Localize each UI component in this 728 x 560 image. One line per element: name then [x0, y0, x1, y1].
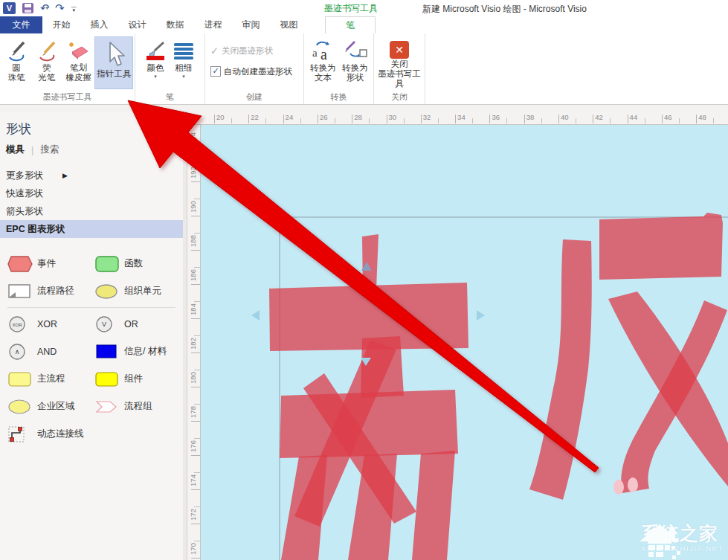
- tab-pen-active[interactable]: 笔: [325, 16, 376, 33]
- tab-设计[interactable]: 设计: [118, 16, 156, 33]
- stencil-shape-XOR[interactable]: XORXOR: [7, 315, 94, 333]
- epc-enterprise-area-icon: [7, 398, 33, 416]
- tab-插入[interactable]: 插入: [80, 16, 118, 33]
- ballpoint-pen-button[interactable]: 圆 珠笔: [1, 36, 31, 89]
- undo-button[interactable]: ↶ ▾: [40, 3, 48, 13]
- stencil-nav-item[interactable]: 箭头形状: [0, 202, 183, 220]
- weight-dropdown-icon[interactable]: ▾: [182, 74, 185, 80]
- ruler-minor-tick: [194, 472, 200, 473]
- shape-label: 信息/ 材料: [124, 345, 167, 358]
- close-ink-tools-button[interactable]: ✕ 关闭 墨迹书写工具: [376, 36, 423, 89]
- tab-数据[interactable]: 数据: [156, 16, 194, 33]
- ruler-label: 24: [286, 113, 294, 121]
- ruler-minor-tick: [610, 118, 611, 123]
- epc-component-icon: [94, 370, 120, 388]
- group-close: ✕ 关闭 墨迹书写工具 关闭: [374, 33, 425, 104]
- undo-dropdown-icon[interactable]: ▾: [46, 5, 49, 11]
- ruler-tick: [455, 115, 456, 123]
- qat-customize-icon[interactable]: —▾: [71, 4, 77, 12]
- convert-to-text-icon: aa: [311, 39, 336, 63]
- visio-logo-icon[interactable]: V: [3, 2, 16, 14]
- tab-进程[interactable]: 进程: [194, 16, 232, 33]
- close-ink-shape-option: ✓ 关闭墨迹形状: [210, 42, 303, 59]
- checkbox-checked-icon[interactable]: ✓: [210, 66, 221, 77]
- epc-org-unit-icon: [94, 283, 120, 300]
- eraser-icon: [65, 39, 91, 63]
- ruler-minor-tick: [194, 199, 200, 199]
- shapes-panel-title: 形状: [6, 120, 183, 138]
- ruler-label: 170: [189, 543, 198, 555]
- convert-to-text-button[interactable]: aa 转换为 文本: [307, 36, 339, 89]
- ruler-minor-tick: [231, 118, 232, 123]
- ruler-tick: [524, 115, 525, 123]
- epc-event-icon: [7, 255, 33, 273]
- shape-label: 动态连接线: [37, 428, 84, 440]
- stencil-shape-函数[interactable]: 函数: [94, 255, 181, 273]
- ink-character-right[interactable]: [529, 213, 728, 500]
- ruler-tick: [696, 115, 697, 123]
- check-icon: ✓: [210, 45, 219, 57]
- ruler-minor-tick: [576, 118, 576, 123]
- epc-and-icon: ∧: [7, 343, 33, 361]
- auto-create-ink-shape-option[interactable]: ✓ 自动创建墨迹形状: [210, 63, 303, 80]
- stencil-shape-OR[interactable]: VOR: [94, 315, 181, 333]
- pointer-tool-button[interactable]: 指针工具: [94, 36, 133, 89]
- tab-开始[interactable]: 开始: [42, 16, 80, 33]
- stencil-nav-item[interactable]: 更多形状▶: [0, 167, 183, 184]
- stroke-eraser-button[interactable]: 笔划 橡皮擦: [62, 36, 95, 89]
- stencil-shape-AND[interactable]: ∧AND: [7, 343, 94, 361]
- stencil-shape-组织单元[interactable]: 组织单元: [94, 283, 181, 300]
- ruler-minor-tick: [369, 118, 370, 123]
- ruler-label: 28: [354, 113, 362, 121]
- ruler-minor-tick: [194, 370, 200, 370]
- vertical-ruler: 194192190188186184182180178176174172170: [187, 125, 201, 560]
- auto-create-ink-shape-label: 自动创建墨迹形状: [224, 66, 292, 77]
- convert-to-shape-button[interactable]: 转换为 形状: [339, 36, 371, 89]
- drawing-canvas[interactable]: 系统之家 XITONGZHIJIA.NET: [201, 125, 728, 560]
- ruler-minor-tick: [194, 541, 200, 541]
- autoconnect-right-icon[interactable]: [477, 310, 485, 321]
- stencil-shape-流程组[interactable]: 流程组: [94, 398, 181, 416]
- tab-stencils[interactable]: 模具: [6, 144, 25, 156]
- ink-drawing: [201, 125, 728, 560]
- ruler-label: 40: [561, 113, 569, 121]
- ruler-label: 22: [251, 113, 259, 121]
- stencil-nav-item[interactable]: 快速形状: [0, 184, 183, 202]
- highlighter-button[interactable]: 荧 光笔: [31, 36, 62, 89]
- ruler-minor-tick: [194, 404, 200, 405]
- redo-icon[interactable]: ↷: [55, 3, 65, 13]
- ruler-label: 36: [492, 113, 500, 121]
- tab-file[interactable]: 文件: [0, 16, 42, 33]
- ruler-tick: [421, 115, 422, 123]
- stencil-shape-流程路径[interactable]: 流程路径: [7, 283, 94, 300]
- tab-审阅[interactable]: 审阅: [232, 16, 270, 33]
- stencil-shape-事件[interactable]: 事件: [7, 255, 94, 273]
- shape-row: 主流程组件: [7, 365, 183, 393]
- stencil-shape-企业区域[interactable]: 企业区域: [7, 398, 94, 416]
- ruler-label: 30: [389, 113, 397, 121]
- stencil-shape-组件[interactable]: 组件: [94, 370, 181, 388]
- ruler-minor-tick: [194, 301, 200, 302]
- stencil-shape-主流程[interactable]: 主流程: [7, 370, 94, 388]
- shape-row: 动态连接线: [7, 420, 183, 448]
- color-button[interactable]: 颜色 ▾: [141, 36, 170, 89]
- ruler-tick: [489, 115, 490, 123]
- ruler-label: 172: [189, 509, 198, 521]
- ruler-minor-tick: [404, 118, 405, 123]
- weight-button[interactable]: 粗细 ▾: [170, 36, 198, 89]
- color-dropdown-icon[interactable]: ▾: [154, 74, 157, 80]
- ruler-minor-tick: [194, 335, 200, 336]
- group-label-close: 关闭: [374, 91, 425, 103]
- ink-character-left[interactable]: [269, 234, 468, 560]
- pointer-tool-label: 指针工具: [97, 69, 131, 79]
- stencil-shape-信息/ 材料[interactable]: 信息/ 材料: [94, 343, 181, 361]
- stencil-nav-item-selected[interactable]: EPC 图表形状: [0, 220, 183, 238]
- tab-视图[interactable]: 视图: [270, 16, 308, 33]
- ruler-label: 176: [189, 440, 198, 452]
- tab-search[interactable]: 搜索: [40, 144, 59, 156]
- group-label-ink-tools: 墨迹书写工具: [0, 91, 135, 103]
- stencil-shape-动态连接线[interactable]: 动态连接线: [7, 425, 178, 443]
- ruler-label: 48: [698, 113, 706, 121]
- autoconnect-left-icon[interactable]: [251, 310, 260, 321]
- save-icon[interactable]: [22, 3, 33, 13]
